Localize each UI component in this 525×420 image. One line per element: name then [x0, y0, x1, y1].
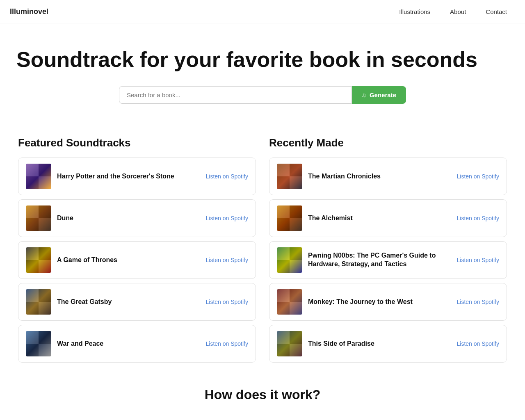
how-section: How does it work? [8, 363, 517, 420]
music-icon: ♫ [362, 91, 366, 98]
svg-rect-18 [26, 344, 39, 356]
svg-rect-17 [39, 331, 51, 344]
listen-spotify-link-pwning-noobs[interactable]: Listen on Spotify [457, 257, 499, 263]
book-cover-this-side-paradise [277, 331, 302, 356]
svg-rect-32 [277, 289, 290, 302]
svg-rect-6 [26, 218, 39, 231]
book-cover-pwning-noobs [277, 247, 302, 273]
nav-link-contact[interactable]: Contact [477, 5, 515, 18]
nav-links: Illustrations About Contact [391, 5, 515, 18]
svg-rect-11 [39, 260, 51, 273]
featured-section: Featured Soundtracks Harry Potter and th… [18, 137, 262, 363]
svg-rect-29 [290, 247, 302, 260]
book-cover-monkey-journey [277, 289, 302, 315]
svg-rect-9 [39, 247, 51, 260]
svg-rect-16 [26, 331, 39, 344]
svg-rect-24 [277, 205, 290, 218]
svg-rect-26 [277, 218, 290, 231]
book-title-dune: Dune [57, 214, 200, 223]
svg-rect-37 [290, 331, 302, 344]
book-card-this-side-paradise: This Side of ParadiseListen on Spotify [269, 325, 507, 363]
book-cover-dune [26, 205, 51, 231]
book-cover-harry-potter [26, 164, 51, 189]
svg-rect-10 [26, 260, 39, 273]
book-card-monkey-journey: Monkey: The Journey to the WestListen on… [269, 283, 507, 321]
book-title-great-gatsby: The Great Gatsby [57, 298, 200, 306]
search-input[interactable] [119, 86, 352, 104]
main-content: Featured Soundtracks Harry Potter and th… [8, 137, 517, 363]
book-cover-great-gatsby [26, 289, 51, 315]
svg-rect-22 [277, 176, 290, 189]
book-title-harry-potter: Harry Potter and the Sorcerer's Stone [57, 172, 200, 181]
book-card-war-and-peace: War and PeaceListen on Spotify [18, 325, 256, 363]
nav-link-illustrations[interactable]: Illustrations [391, 5, 438, 18]
listen-spotify-link-monkey-journey[interactable]: Listen on Spotify [457, 299, 499, 305]
svg-rect-21 [290, 164, 302, 176]
svg-rect-23 [290, 176, 302, 189]
listen-spotify-link-dune[interactable]: Listen on Spotify [205, 215, 248, 221]
book-card-martian-chronicles: The Martian ChroniclesListen on Spotify [269, 158, 507, 195]
svg-rect-12 [26, 289, 39, 302]
svg-rect-5 [39, 205, 51, 218]
how-title: How does it work? [18, 387, 507, 402]
hero-section: Soundtrack for your favorite book in sec… [0, 23, 525, 120]
generate-button[interactable]: ♫ Generate [352, 86, 406, 104]
book-title-war-and-peace: War and Peace [57, 340, 200, 348]
book-card-dune: DuneListen on Spotify [18, 199, 256, 237]
listen-spotify-link-alchemist[interactable]: Listen on Spotify [457, 215, 499, 221]
listen-spotify-link-martian-chronicles[interactable]: Listen on Spotify [457, 173, 499, 180]
svg-rect-1 [39, 164, 51, 176]
svg-rect-30 [277, 260, 290, 273]
featured-list: Harry Potter and the Sorcerer's StoneLis… [18, 158, 256, 363]
listen-spotify-link-this-side-paradise[interactable]: Listen on Spotify [457, 340, 499, 347]
book-title-alchemist: The Alchemist [308, 214, 451, 223]
book-cover-game-of-thrones [26, 247, 51, 273]
svg-rect-19 [39, 344, 51, 356]
svg-rect-8 [26, 247, 39, 260]
book-card-game-of-thrones: A Game of ThronesListen on Spotify [18, 241, 256, 279]
featured-title: Featured Soundtracks [18, 137, 256, 149]
recently-made-section: Recently Made The Martian ChroniclesList… [262, 137, 507, 363]
recently-made-list: The Martian ChroniclesListen on Spotify … [269, 158, 507, 363]
listen-spotify-link-great-gatsby[interactable]: Listen on Spotify [205, 299, 248, 305]
book-card-alchemist: The AlchemistListen on Spotify [269, 199, 507, 237]
generate-label: Generate [370, 91, 396, 98]
svg-rect-0 [26, 164, 39, 176]
svg-rect-39 [290, 344, 302, 356]
svg-rect-4 [26, 205, 39, 218]
svg-rect-25 [290, 205, 302, 218]
svg-rect-34 [277, 302, 290, 315]
svg-rect-2 [26, 176, 39, 189]
book-cover-alchemist [277, 205, 302, 231]
svg-rect-13 [39, 289, 51, 302]
svg-rect-27 [290, 218, 302, 231]
svg-rect-14 [26, 302, 39, 315]
svg-rect-38 [277, 344, 290, 356]
nav-logo[interactable]: Illuminovel [10, 7, 48, 16]
nav-link-about[interactable]: About [442, 5, 474, 18]
svg-rect-3 [39, 176, 51, 189]
book-card-pwning-noobs: Pwning N00bs: The PC Gamer's Guide to Ha… [269, 241, 507, 279]
book-title-game-of-thrones: A Game of Thrones [57, 256, 200, 265]
book-card-harry-potter: Harry Potter and the Sorcerer's StoneLis… [18, 158, 256, 195]
navbar: Illuminovel Illustrations About Contact [0, 0, 525, 23]
book-cover-martian-chronicles [277, 164, 302, 189]
book-card-great-gatsby: The Great GatsbyListen on Spotify [18, 283, 256, 321]
listen-spotify-link-war-and-peace[interactable]: Listen on Spotify [205, 340, 248, 347]
book-title-this-side-paradise: This Side of Paradise [308, 340, 451, 348]
svg-rect-28 [277, 247, 290, 260]
svg-rect-35 [290, 302, 302, 315]
svg-rect-33 [290, 289, 302, 302]
svg-rect-36 [277, 331, 290, 344]
search-row: ♫ Generate [119, 86, 406, 104]
svg-rect-15 [39, 302, 51, 315]
listen-spotify-link-game-of-thrones[interactable]: Listen on Spotify [205, 257, 248, 263]
svg-rect-20 [277, 164, 290, 176]
listen-spotify-link-harry-potter[interactable]: Listen on Spotify [205, 173, 248, 180]
book-title-pwning-noobs: Pwning N00bs: The PC Gamer's Guide to Ha… [308, 251, 451, 269]
hero-headline: Soundtrack for your favorite book in sec… [16, 48, 509, 71]
book-title-monkey-journey: Monkey: The Journey to the West [308, 298, 451, 306]
book-cover-war-and-peace [26, 331, 51, 356]
svg-rect-31 [290, 260, 302, 273]
svg-rect-7 [39, 218, 51, 231]
